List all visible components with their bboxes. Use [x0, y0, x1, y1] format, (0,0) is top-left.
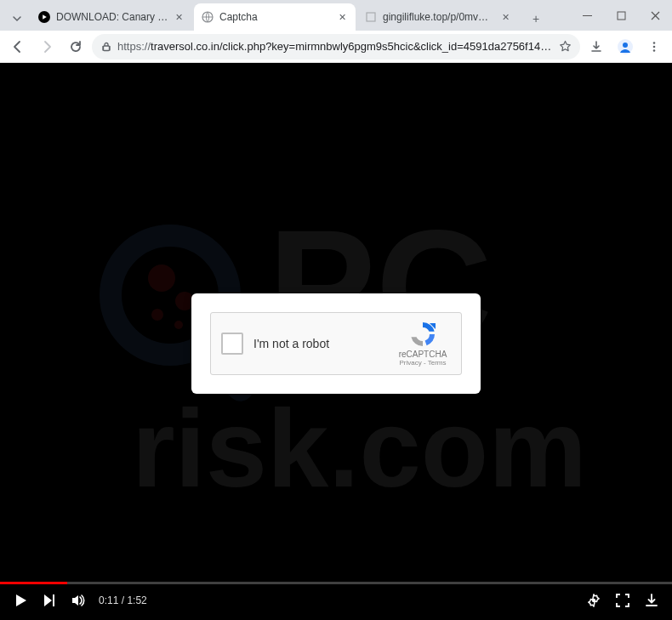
- fullscreen-button[interactable]: [614, 592, 631, 609]
- favicon-blank-icon: [364, 10, 378, 24]
- svg-text:risk.com: risk.com: [132, 386, 587, 510]
- nav-reload-button[interactable]: [63, 34, 88, 60]
- video-progress-fill: [0, 582, 67, 584]
- nav-back-button[interactable]: [5, 34, 31, 60]
- window-maximize-button[interactable]: [604, 0, 638, 31]
- recaptcha-widget: I'm not a robot reCAPTCHA Privacy - Term…: [210, 312, 462, 375]
- downloads-button[interactable]: [584, 34, 609, 60]
- svg-rect-5: [104, 46, 110, 51]
- recaptcha-privacy-link[interactable]: Privacy: [400, 359, 422, 367]
- svg-point-17: [174, 321, 183, 329]
- recaptcha-label: I'm not a robot: [253, 337, 395, 350]
- svg-rect-2: [367, 13, 375, 21]
- address-bar[interactable]: https://traversol.co.in/click.php?key=mi…: [92, 34, 580, 60]
- favicon-globe-icon: [201, 10, 214, 24]
- nav-forward-button[interactable]: [34, 34, 60, 60]
- video-controls: 0:11 / 1:52: [0, 584, 672, 620]
- svg-point-16: [151, 309, 163, 321]
- svg-point-12: [653, 49, 656, 52]
- recaptcha-brand-name: reCAPTCHA: [395, 350, 451, 359]
- favicon-video-icon: [37, 10, 51, 24]
- svg-rect-4: [618, 12, 625, 20]
- browser-toolbar: https://traversol.co.in/click.php?key=mi…: [0, 31, 672, 63]
- bookmark-star-icon[interactable]: [559, 40, 572, 53]
- window-controls: [570, 0, 672, 31]
- tab-search-dropdown[interactable]: [7, 7, 27, 31]
- play-button[interactable]: [12, 592, 29, 609]
- svg-point-9: [623, 43, 628, 48]
- menu-button[interactable]: [641, 34, 667, 60]
- svg-point-10: [653, 42, 656, 44]
- tab-download[interactable]: DOWNLOAD: Canary Black (20 ✕: [31, 3, 192, 31]
- recaptcha-logo-icon: [409, 321, 436, 348]
- tab-title: DOWNLOAD: Canary Black (20: [56, 11, 168, 23]
- profile-button[interactable]: [612, 34, 638, 60]
- volume-button[interactable]: [70, 592, 87, 609]
- window-minimize-button[interactable]: [570, 0, 604, 31]
- settings-button[interactable]: [585, 592, 602, 609]
- tab-close-button[interactable]: ✕: [335, 10, 349, 24]
- video-download-button[interactable]: [643, 592, 660, 609]
- video-progress-bar[interactable]: [0, 582, 672, 584]
- browser-titlebar: DOWNLOAD: Canary Black (20 ✕ Captcha ✕ g…: [0, 0, 672, 31]
- site-settings-icon[interactable]: [100, 41, 112, 53]
- svg-point-14: [148, 264, 175, 292]
- window-close-button[interactable]: [638, 0, 672, 31]
- next-button[interactable]: [41, 592, 58, 609]
- new-tab-button[interactable]: +: [524, 7, 548, 31]
- svg-rect-3: [583, 15, 592, 16]
- video-time: 0:11 / 1:52: [99, 594, 147, 606]
- tab-title: Captcha: [219, 11, 332, 23]
- tab-title: gingilifluke.top/p/0mvDXVdx8: [383, 11, 495, 23]
- tab-captcha[interactable]: Captcha ✕: [194, 3, 356, 31]
- tab-gingilifluke[interactable]: gingilifluke.top/p/0mvDXVdx8 ✕: [357, 3, 519, 31]
- recaptcha-checkbox[interactable]: [221, 333, 243, 355]
- recaptcha-brand: reCAPTCHA Privacy - Terms: [395, 321, 451, 367]
- tab-close-button[interactable]: ✕: [498, 10, 512, 24]
- recaptcha-terms-link[interactable]: Terms: [428, 359, 447, 367]
- page-content: PC risk.com I'm not a robot reCAPTCHA: [0, 63, 672, 620]
- svg-point-11: [653, 45, 656, 48]
- url-text: https://traversol.co.in/click.php?key=mi…: [117, 40, 554, 53]
- tab-close-button[interactable]: ✕: [172, 10, 185, 24]
- captcha-card: I'm not a robot reCAPTCHA Privacy - Term…: [191, 293, 481, 394]
